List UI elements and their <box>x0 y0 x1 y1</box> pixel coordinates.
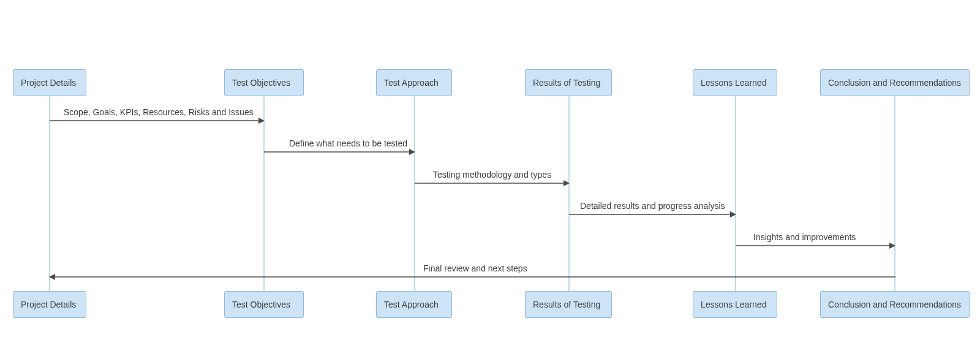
participant-label: Project Details <box>21 78 76 88</box>
participant-top-results-testing: Results of Testing <box>525 69 612 96</box>
lifeline-conclusion-recs <box>894 96 895 291</box>
message-label-1: Scope, Goals, KPIs, Resources, Risks and… <box>61 107 256 117</box>
participant-top-test-objectives: Test Objectives <box>224 69 304 96</box>
participant-bottom-lessons-learned: Lessons Learned <box>693 291 777 318</box>
lifeline-project-details <box>49 96 50 291</box>
message-arrow-2 <box>264 148 415 156</box>
svg-marker-1 <box>258 118 265 124</box>
participant-label: Test Approach <box>384 78 439 88</box>
participant-label: Lessons Learned <box>701 78 766 88</box>
message-label-3: Testing methodology and types <box>431 170 554 180</box>
svg-marker-11 <box>49 274 55 280</box>
participant-top-test-approach: Test Approach <box>376 69 452 96</box>
participant-label: Test Objectives <box>232 300 290 309</box>
participant-bottom-test-approach: Test Approach <box>376 291 452 318</box>
message-arrow-6 <box>49 273 895 281</box>
message-arrow-1 <box>50 117 265 124</box>
participant-label: Test Objectives <box>232 78 290 88</box>
participant-bottom-conclusion-recs: Conclusion and Recommendations <box>820 291 970 318</box>
svg-marker-7 <box>730 211 736 218</box>
participant-label: Results of Testing <box>533 300 600 309</box>
participant-bottom-project-details: Project Details <box>13 291 86 318</box>
message-arrow-3 <box>415 180 570 187</box>
message-label-6: Final review and next steps <box>421 263 530 273</box>
participant-bottom-results-testing: Results of Testing <box>525 291 612 318</box>
participant-label: Conclusion and Recommendations <box>828 300 961 309</box>
message-label-2: Define what needs to be tested <box>287 138 410 148</box>
message-label-4: Detailed results and progress analysis <box>578 201 728 211</box>
participant-bottom-test-objectives: Test Objectives <box>224 291 304 318</box>
sequence-diagram: Project Details Test Objectives Test App… <box>0 0 980 348</box>
participant-label: Project Details <box>21 300 76 309</box>
svg-marker-5 <box>564 180 570 186</box>
lifeline-test-approach <box>414 96 415 291</box>
participant-label: Lessons Learned <box>701 300 766 309</box>
message-arrow-4 <box>569 211 736 218</box>
participant-top-conclusion-recs: Conclusion and Recommendations <box>820 69 970 96</box>
svg-marker-9 <box>889 243 895 249</box>
participant-label: Test Approach <box>384 300 439 309</box>
participant-label: Conclusion and Recommendations <box>828 78 961 88</box>
lifeline-lessons-learned <box>735 96 736 291</box>
message-arrow-5 <box>736 242 895 249</box>
message-label-5: Insights and improvements <box>751 232 858 242</box>
svg-marker-3 <box>409 149 415 155</box>
participant-label: Results of Testing <box>533 78 600 88</box>
lifeline-test-objectives <box>263 96 265 291</box>
participant-top-project-details: Project Details <box>13 69 86 96</box>
participant-top-lessons-learned: Lessons Learned <box>693 69 777 96</box>
lifeline-results-testing <box>568 96 570 291</box>
